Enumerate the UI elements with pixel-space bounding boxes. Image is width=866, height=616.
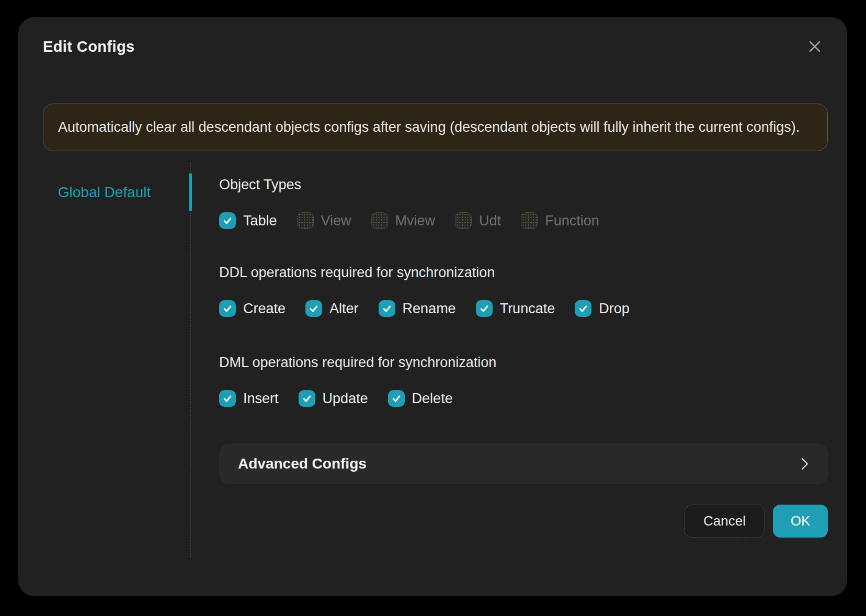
checkbox-label: Table [243,213,277,229]
checkbox-rename[interactable]: Rename [379,300,456,317]
config-content: Object Types Table View Mview [191,163,847,557]
checkbox-label: Insert [243,391,279,407]
checkbox-update-box [299,390,315,407]
checkbox-insert[interactable]: Insert [219,390,279,407]
checkbox-label: Drop [599,301,630,317]
check-icon [578,303,588,314]
inherit-notice-text: Automatically clear all descendant objec… [58,119,800,135]
check-icon [309,303,319,314]
tab-global-default[interactable]: Global Default [18,173,190,211]
dialog-title: Edit Configs [43,38,135,55]
checkbox-view-box [297,212,314,229]
checkbox-udt: Udt [455,212,501,229]
checkbox-alter[interactable]: Alter [305,300,359,317]
dialog-header: Edit Configs [18,17,847,76]
checkbox-label: Rename [403,301,456,317]
checkbox-update[interactable]: Update [299,390,368,407]
dialog-body: Global Default Object Types Table View [18,163,847,557]
checkbox-mview: Mview [371,212,436,229]
cancel-button[interactable]: Cancel [685,505,765,538]
checkbox-label: Delete [412,391,453,407]
checkbox-label: View [321,213,351,229]
object-types-title: Object Types [219,176,828,193]
check-icon [222,215,233,226]
checkbox-function-box [521,212,538,229]
dml-operations-row: Insert Update Dele [219,390,828,407]
checkbox-rename-box [379,300,395,317]
checkbox-delete[interactable]: Delete [388,390,453,407]
advanced-configs-row[interactable]: Advanced Configs [219,443,828,484]
checkbox-table[interactable]: Table [219,212,277,229]
dialog-footer: Cancel OK [219,505,828,538]
checkbox-label: Function [545,213,599,229]
check-icon [302,393,312,404]
inherit-notice-banner: Automatically clear all descendant objec… [43,104,828,151]
checkbox-label: Mview [395,213,436,229]
edit-configs-dialog: Edit Configs Automatically clear all des… [18,17,847,596]
checkbox-label: Update [323,391,368,407]
ok-button[interactable]: OK [773,505,828,538]
checkbox-label: Alter [329,301,359,317]
checkbox-drop[interactable]: Drop [575,300,630,317]
object-types-row: Table View Mview Udt Function [219,212,828,230]
checkbox-label: Truncate [500,301,555,317]
close-icon [807,39,822,54]
checkbox-drop-box [575,300,591,317]
checkbox-udt-box [455,212,472,229]
check-icon [222,303,233,314]
check-icon [222,393,233,404]
checkbox-label: Create [243,301,286,317]
checkbox-label: Udt [479,213,501,229]
checkbox-table-box [219,212,236,229]
chevron-right-icon [801,457,809,471]
check-icon [479,303,489,314]
checkbox-create[interactable]: Create [219,300,286,317]
checkbox-delete-box [388,390,405,407]
checkbox-alter-box [305,300,322,317]
check-icon [391,393,402,404]
checkbox-create-box [219,300,236,317]
advanced-configs-label: Advanced Configs [238,455,367,472]
checkbox-truncate[interactable]: Truncate [476,300,555,317]
checkbox-insert-box [219,390,236,407]
checkbox-view: View [297,212,351,229]
check-icon [382,303,392,314]
config-scope-tabs: Global Default [18,163,191,557]
tab-global-default-label: Global Default [58,184,151,201]
checkbox-truncate-box [476,300,493,317]
checkbox-mview-box [371,212,388,229]
close-button[interactable] [805,37,824,56]
ddl-operations-title: DDL operations required for synchronizat… [219,264,828,281]
dml-operations-title: DML operations required for synchronizat… [219,354,828,371]
ddl-operations-row: Create Alter Renam [219,300,828,317]
checkbox-function: Function [521,212,599,229]
